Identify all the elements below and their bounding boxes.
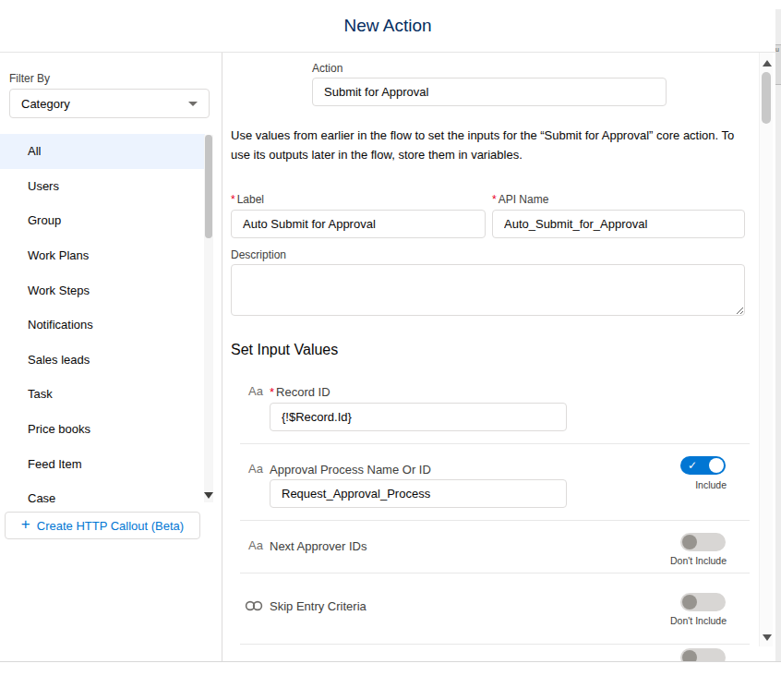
scroll-down-arrow-icon[interactable] [763,634,772,641]
sidebar-item-notifications[interactable]: Notifications [0,308,205,343]
sidebar-item-work-steps[interactable]: Work Steps [0,272,205,308]
toggle-knob [709,458,724,473]
skip-icon [245,599,264,615]
toggle-knob [682,535,697,549]
sidebar-item-label: Work Steps [28,284,90,297]
sidebar-item-group[interactable]: Group [0,203,205,238]
scroll-up-arrow-icon[interactable] [763,60,772,66]
modal-footer: Cancel Done [0,661,781,700]
label-field-label-text: Label [237,193,264,206]
sidebar-item-feed-item[interactable]: Feed Item [0,446,205,481]
text-type-icon: Aa [248,538,263,552]
sidebar-item-label: Users [28,179,59,193]
sidebar-scrollbar-thumb[interactable] [205,135,212,238]
record-id-label-text: Record ID [276,385,330,399]
required-asterisk: * [270,385,274,399]
sidebar-item-price-books[interactable]: Price books [0,412,205,447]
set-input-values-heading: Set Input Values [231,342,338,358]
toggle-state-label: Include [634,479,727,490]
page-behind-strip [775,9,781,661]
sidebar-item-label: Sales leads [28,353,90,367]
modal-title: New Action [343,16,431,36]
sidebar-item-label: Group [28,213,61,227]
approval-process-input[interactable] [270,479,567,508]
api-name-input[interactable] [492,210,745,238]
skip-entry-criteria-label: Skip Entry Criteria [270,599,366,613]
record-id-label: *Record ID [270,385,330,399]
next-approver-ids-label: Next Approver IDs [270,539,367,553]
label-field-label: *Label [231,193,264,206]
required-asterisk: * [492,193,497,206]
sidebar-item-label: Notifications [28,318,93,332]
api-name-field-label: *API Name [492,193,548,206]
plus-icon: + [21,515,30,534]
modal-header: New Action [0,0,775,53]
sidebar-item-label: Task [28,387,53,401]
action-field-label: Action [312,62,342,75]
next-approver-ids-include-toggle[interactable] [680,533,726,551]
page-behind-fragment: u [775,44,781,85]
approval-process-include-toggle[interactable]: ✓ [680,456,726,475]
create-http-callout-button[interactable]: + Create HTTP Callout (Beta) [5,512,200,539]
api-name-field-label-text: API Name [499,193,549,206]
required-asterisk: * [231,193,235,206]
new-action-modal: u New Action Filter By Category All User… [0,0,781,700]
row-divider [240,443,750,444]
filter-by-label: Filter By [9,72,50,85]
toggle-state-label: Don't Include [634,555,727,566]
content-scrollbar[interactable] [759,53,773,646]
toggle-state-label: Don't Include [634,615,727,626]
sidebar-item-label: Feed Item [28,457,82,471]
category-dropdown-value: Category [21,97,70,111]
sidebar-item-all[interactable]: All [0,134,205,169]
label-input[interactable] [231,210,486,238]
category-list: All Users Group Work Plans Work Steps No… [0,134,205,510]
sidebar-scrollbar[interactable] [204,135,213,502]
text-type-icon: Aa [248,384,263,398]
sidebar-item-work-plans[interactable]: Work Plans [0,238,205,273]
description-field-label: Description [231,248,286,261]
row-divider [240,573,750,573]
sidebar-item-label: All [28,144,41,158]
chevron-down-icon [188,102,198,106]
record-id-input[interactable] [270,403,567,431]
text-type-icon: Aa [248,462,263,476]
sidebar-scroll-down-arrow-icon[interactable] [204,492,213,499]
sidebar-item-label: Price books [28,422,90,436]
category-dropdown[interactable]: Category [9,89,210,118]
skip-entry-criteria-include-toggle[interactable] [680,593,726,611]
intro-text: Use values from earlier in the flow to s… [231,126,753,164]
sidebar-item-label: Work Plans [28,248,89,262]
sidebar-item-users[interactable]: Users [0,169,205,204]
row-divider [240,520,750,521]
create-http-callout-label: Create HTTP Callout (Beta) [37,519,184,533]
sidebar-item-case[interactable]: Case [0,481,205,510]
action-input[interactable] [312,78,667,106]
sidebar-item-task[interactable]: Task [0,377,205,412]
sidebar-item-sales-leads[interactable]: Sales leads [0,343,205,378]
sidebar-divider [222,53,222,661]
toggle-knob [682,595,697,609]
description-textarea[interactable] [231,264,745,316]
check-icon: ✓ [688,458,697,473]
row-divider [240,644,750,645]
content-scrollbar-thumb[interactable] [762,72,771,124]
sidebar-item-label: Case [28,491,55,505]
approval-process-label: Approval Process Name Or ID [270,463,431,477]
